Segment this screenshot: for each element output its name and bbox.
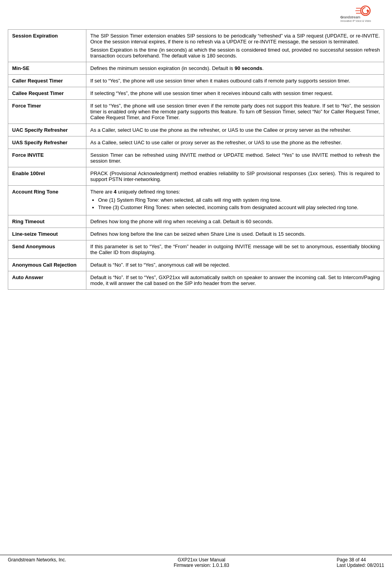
row-label: Min-SE — [8, 62, 86, 75]
table-row: Force INVITESession Timer can be refresh… — [8, 149, 384, 167]
footer-company: Grandstream Networks, Inc. — [8, 557, 66, 568]
row-label: Anonymous Call Rejection — [8, 259, 86, 271]
row-desc: Defines the minimum session expiration (… — [86, 62, 384, 75]
row-desc: Default is “No”. If set to “Yes”, GXP21x… — [86, 271, 384, 290]
row-desc: Defines how long the phone will ring whe… — [86, 215, 384, 228]
row-label: Force INVITE — [8, 149, 86, 167]
table-row: Callee Request TimerIf selecting “Yes”, … — [8, 87, 384, 100]
row-label: Send Anonymous — [8, 240, 86, 259]
row-desc: If selecting “Yes”, the phone will use s… — [86, 87, 384, 100]
row-desc: If this parameter is set to “Yes”, the “… — [86, 240, 384, 259]
grandstream-logo: G randstream Innovative IP Voice & Video — [337, 4, 384, 23]
footer-manual: GXP21xx User Manual Firmware version: 1.… — [174, 557, 229, 568]
row-label: Enable 100rel — [8, 167, 86, 186]
table-row: Enable 100relPRACK (Provisional Acknowle… — [8, 167, 384, 186]
svg-text:Innovative IP Voice & Video: Innovative IP Voice & Video — [340, 20, 371, 22]
row-label: Line-seize Timeout — [8, 228, 86, 240]
row-label: Callee Request Timer — [8, 87, 86, 100]
table-row: Anonymous Call RejectionDefault is “No”.… — [8, 259, 384, 271]
row-label: Ring Timeout — [8, 215, 86, 228]
row-desc: There are 4 uniquely defined ring tones:… — [86, 186, 384, 215]
main-content: Session ExpirationThe SIP Session Timer … — [0, 25, 392, 555]
content-table: Session ExpirationThe SIP Session Timer … — [8, 29, 384, 290]
table-row: Send AnonymousIf this parameter is set t… — [8, 240, 384, 259]
row-label: UAS Specify Refresher — [8, 136, 86, 149]
row-label: Auto Answer — [8, 271, 86, 290]
header: G randstream Innovative IP Voice & Video — [0, 0, 392, 25]
svg-text:randstream: randstream — [343, 15, 360, 19]
table-row: Line-seize TimeoutDefines how long befor… — [8, 228, 384, 240]
logo-area: G randstream Innovative IP Voice & Video — [337, 4, 384, 23]
row-label: Account Ring Tone — [8, 186, 86, 215]
row-desc: PRACK (Provisional Acknowledgment) metho… — [86, 167, 384, 186]
row-desc: The SIP Session Timer extension enables … — [86, 30, 384, 62]
table-row: Force TimerIf set to “Yes”, the phone wi… — [8, 100, 384, 124]
row-desc: As a Callee, select UAC to use caller or… — [86, 136, 384, 149]
row-desc: Default is “No”. If set to “Yes”, anonym… — [86, 259, 384, 271]
row-label: Session Expiration — [8, 30, 86, 62]
table-row: UAC Specify RefresherAs a Caller, select… — [8, 124, 384, 136]
row-label: Force Timer — [8, 100, 86, 124]
table-row: Ring TimeoutDefines how long the phone w… — [8, 215, 384, 228]
row-desc: If set to “Yes”, the phone will use sess… — [86, 75, 384, 87]
table-row: Caller Request TimerIf set to “Yes”, the… — [8, 75, 384, 87]
row-label: UAC Specify Refresher — [8, 124, 86, 136]
table-row: Min-SEDefines the minimum session expira… — [8, 62, 384, 75]
table-row: Session ExpirationThe SIP Session Timer … — [8, 30, 384, 62]
row-label: Caller Request Timer — [8, 75, 86, 87]
footer-page: Page 38 of 44 Last Updated: 08/2011 — [337, 557, 384, 568]
table-row: Auto AnswerDefault is “No”. If set to “Y… — [8, 271, 384, 290]
table-row: UAS Specify RefresherAs a Callee, select… — [8, 136, 384, 149]
row-desc: As a Caller, select UAC to use the phone… — [86, 124, 384, 136]
row-desc: Session Timer can be refreshed using INV… — [86, 149, 384, 167]
table-row: Account Ring ToneThere are 4 uniquely de… — [8, 186, 384, 215]
row-desc: If set to “Yes”, the phone will use sess… — [86, 100, 384, 124]
footer: Grandstream Networks, Inc. GXP21xx User … — [0, 555, 392, 570]
row-desc: Defines how long before the line can be … — [86, 228, 384, 240]
page: G randstream Innovative IP Voice & Video… — [0, 0, 392, 570]
